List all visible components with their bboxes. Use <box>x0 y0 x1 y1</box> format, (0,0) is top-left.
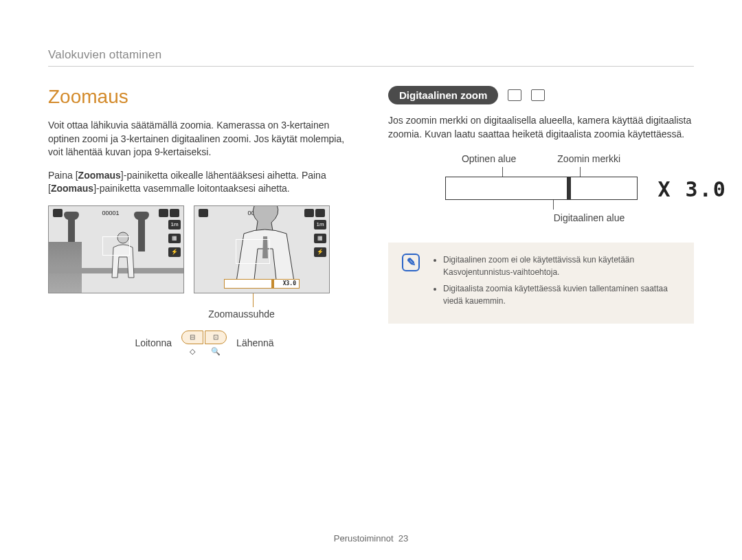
zoom-out-button[interactable]: ⊟ <box>181 331 203 344</box>
memory-icon <box>304 209 314 217</box>
flash-icon: ⚡ <box>314 247 326 257</box>
zoom-ratio-label: Zoomaussuhde <box>122 309 361 320</box>
zoom-bar: X3.0 <box>224 279 300 289</box>
leader-line <box>253 293 254 307</box>
chip-digital-zoom: Digitaalinen zoom <box>388 86 498 104</box>
auto-mode-icon <box>508 89 521 101</box>
breadcrumb: Valokuvien ottaminen <box>48 48 694 62</box>
column-right: Digitaalinen zoom Jos zoomin merkki on d… <box>388 86 694 356</box>
column-left: Zoomaus Voit ottaa lähikuvia säätämällä … <box>48 86 361 356</box>
note-item: Digitaalinen zoom ei ole käytettävissä k… <box>443 254 680 278</box>
zoom-rocker-row: Loitonna ⊟ ⊡ ◇ 🔍 Lähennä <box>48 331 361 356</box>
paragraph-intro: Voit ottaa lähikuvia säätämällä zoomia. … <box>48 119 361 159</box>
focus-box <box>102 236 130 256</box>
lcd-zoomed: 00001 1m ▦ ⚡ X <box>194 205 330 293</box>
paragraph-digital-zoom: Jos zoomin merkki on digitaalisella alue… <box>388 114 694 141</box>
label-digital-range: Digitaalinen alue <box>484 212 694 223</box>
page-footer: Perustoiminnot 23 <box>0 533 742 544</box>
building-icon <box>49 242 82 293</box>
magnify-icon: 🔍 <box>205 347 227 356</box>
page-title: Zoomaus <box>48 86 361 108</box>
text: Paina [ <box>48 170 78 181</box>
divider <box>48 66 694 67</box>
zoom-marker <box>271 280 274 288</box>
memory-icon <box>159 209 168 217</box>
focus-box <box>236 239 270 264</box>
lcd-wide: 00001 1m ▦ ⚡ <box>48 205 184 293</box>
paragraph-instruction: Paina [Zoomaus]-painiketta oikealle lähe… <box>48 169 361 196</box>
label-zoom-in: Lähennä <box>236 337 274 348</box>
note-box: ✎ Digitaalinen zoom ei ole käytettävissä… <box>388 243 694 324</box>
footer-page-number: 23 <box>398 533 408 544</box>
lcd-screenshots: 00001 1m ▦ ⚡ <box>48 205 361 293</box>
quality-icon: ▦ <box>314 234 326 243</box>
zoom-in-button[interactable]: ⊡ <box>205 331 227 344</box>
footer-section: Perustoiminnot <box>334 533 394 544</box>
camera-icon <box>53 209 63 217</box>
bold-zoom-1: Zoomaus <box>78 170 121 181</box>
text: ]-painiketta vasemmalle loitontaaksesi a… <box>93 183 290 194</box>
note-item: Digitaalista zoomia käytettäessä kuvien … <box>443 282 680 307</box>
bold-zoom-2: Zoomaus <box>51 183 93 194</box>
note-icon: ✎ <box>402 254 420 271</box>
battery-icon <box>170 209 179 217</box>
zoom-value: X3.0 <box>283 280 296 287</box>
label-optical-range: Optinen alue <box>462 153 516 164</box>
quality-icon: ▦ <box>168 234 181 243</box>
camera-icon <box>199 209 208 217</box>
subheading-row: Digitaalinen zoom <box>388 86 694 104</box>
zoom-rocker[interactable]: ⊟ ⊡ <box>181 331 227 344</box>
zoom-range-bar <box>445 177 638 200</box>
battery-icon <box>315 209 325 217</box>
zoom-marker <box>567 177 571 199</box>
zoom-value-large: X 3.0 <box>658 177 727 201</box>
label-zoom-out: Loitonna <box>135 337 172 348</box>
zoom-diagram: Optinen alue Zoomin merkki X 3.0 Digitaa… <box>388 153 694 223</box>
scene-mode-icon <box>531 89 545 101</box>
minus-icon: ◇ <box>181 347 203 356</box>
size-icon: 1m <box>314 220 326 229</box>
label-zoom-indicator: Zoomin merkki <box>557 153 620 164</box>
counter: 00001 <box>102 210 119 216</box>
size-icon: 1m <box>168 220 181 229</box>
flash-icon: ⚡ <box>168 247 181 257</box>
